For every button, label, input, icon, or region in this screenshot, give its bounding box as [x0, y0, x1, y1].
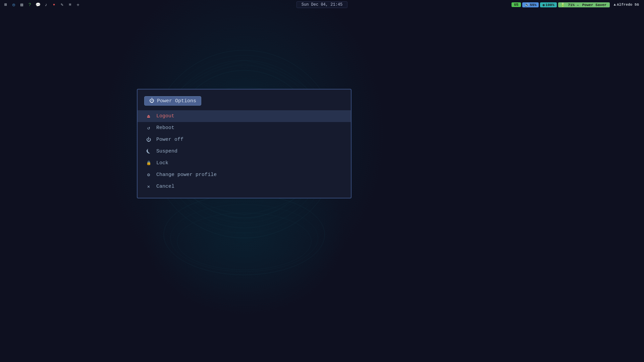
topbar-right: US 🔊55% ◉100% 🔋 71% – Power Saver ▲Alfre… [512, 2, 641, 7]
lang-badge[interactable]: US [512, 2, 521, 7]
logout-label: Logout [156, 113, 174, 119]
wifi-icon: ▲ [613, 3, 616, 7]
apps-icon[interactable]: ⊞ [3, 2, 9, 8]
menu-item-suspend[interactable]: ⏾ Suspend [138, 145, 351, 157]
poweroff-label: Power off [156, 137, 183, 142]
datetime-display: Sun Dec 04, 21:45 [297, 1, 347, 8]
reboot-label: Reboot [156, 125, 174, 131]
list-icon[interactable]: ≡ [67, 2, 73, 8]
volume-badge: 🔊55% [522, 2, 539, 7]
record-icon[interactable]: ● [51, 2, 57, 8]
cancel-icon: ✕ [146, 184, 152, 189]
battery-badge: 🔋 71% – Power Saver [558, 2, 610, 7]
brightness-badge: ◉100% [540, 2, 556, 7]
lock-label: Lock [156, 160, 168, 166]
power-saver-label: Power Saver [582, 3, 607, 7]
battery-icon: 🔋 [560, 3, 565, 7]
suspend-label: Suspend [156, 148, 177, 154]
menu-item-logout[interactable]: ⏏ Logout [138, 110, 351, 122]
menu-item-cancel[interactable]: ✕ Cancel [138, 181, 351, 192]
reboot-icon: ↺ [146, 125, 152, 131]
topbar-center: Sun Dec 04, 21:45 [297, 1, 347, 8]
topbar-left: ⊞ ◎ ▤ ? 💬 ♪ ● ✎ ≡ ✛ [3, 2, 81, 8]
help-icon[interactable]: ? [27, 2, 33, 8]
menu-items-list: ⏏ Logout ↺ Reboot ⏻ Power off ⏾ Suspend … [138, 110, 351, 192]
topbar: ⊞ ◎ ▤ ? 💬 ♪ ● ✎ ≡ ✛ Sun Dec 04, 21:45 US… [0, 0, 644, 9]
music-icon[interactable]: ♪ [43, 2, 49, 8]
edit-icon[interactable]: ✎ [59, 2, 65, 8]
suspend-icon: ⏾ [146, 149, 152, 154]
power-icon: ⏻ [149, 98, 154, 104]
gear-icon: ⚙ [146, 172, 152, 178]
cancel-label: Cancel [156, 184, 174, 189]
changepower-label: Change power profile [156, 172, 217, 178]
menu-item-lock[interactable]: 🔒 Lock [138, 157, 351, 169]
folder-icon[interactable]: ▤ [19, 2, 25, 8]
poweroff-icon: ⏻ [146, 137, 152, 142]
dialog-title-bar: ⏻ Power Options [138, 96, 351, 110]
power-options-title-button: ⏻ Power Options [144, 96, 201, 106]
move-icon[interactable]: ✛ [75, 2, 81, 8]
menu-item-poweroff[interactable]: ⏻ Power off [138, 134, 351, 145]
menu-item-changepower[interactable]: ⚙ Change power profile [138, 169, 351, 181]
dialog-title: Power Options [157, 98, 196, 104]
circle-icon[interactable]: ◎ [11, 2, 17, 8]
chat-icon[interactable]: 💬 [35, 2, 41, 8]
brightness-icon: ◉ [542, 3, 545, 7]
volume-icon: 🔊 [525, 3, 529, 7]
lock-icon: 🔒 [146, 161, 152, 166]
menu-item-reboot[interactable]: ↺ Reboot [138, 122, 351, 134]
wifi-badge: ▲Alfredo 5G [611, 2, 641, 7]
power-options-dialog: ⏻ Power Options ⏏ Logout ↺ Reboot ⏻ Powe… [137, 89, 352, 198]
logout-icon: ⏏ [146, 113, 152, 119]
